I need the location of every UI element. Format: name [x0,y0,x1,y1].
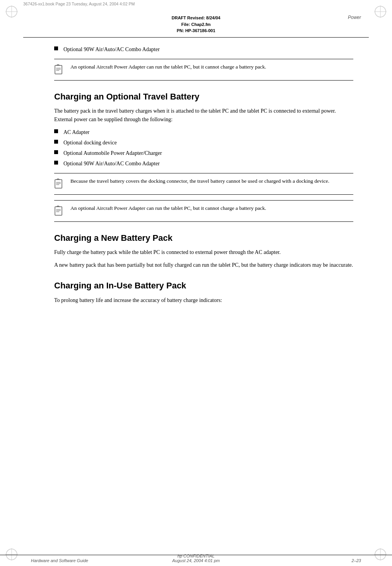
page-footer: Hardware and Software Guide hp CONFIDENT… [0,555,392,566]
list-item: Optional 90W Air/Auto/AC Combo Adapter [54,45,353,53]
footer-center: hp CONFIDENTIAL August 24, 2004 4:01 pm [172,554,220,563]
list-item: Optional Automobile Power Adapter/Charge… [54,149,353,157]
note-box-docking: Because the travel battery covers the do… [54,173,353,195]
bullet-icon [54,140,58,144]
note-icon [54,64,65,76]
bullet-text: Optional docking device [63,139,117,147]
note-text: An optional Aircraft Power Adapter can r… [70,204,266,212]
svg-rect-12 [55,65,62,74]
note-box: An optional Aircraft Power Adapter can r… [54,59,353,81]
bullet-icon [54,150,58,154]
note-text: Because the travel battery covers the do… [70,177,329,185]
body-paragraph-new1: Fully charge the battery pack while the … [54,248,353,257]
note-box-aircraft: An optional Aircraft Power Adapter can r… [54,200,353,222]
bullet-text: AC Adapter [63,128,89,136]
section-heading-travel-battery: Charging an Optional Travel Battery [54,91,353,103]
bullet-text: Optional Automobile Power Adapter/Charge… [63,149,162,157]
body-paragraph-new2: A new battery pack that has been partial… [54,261,353,269]
section-heading-inuse-battery: Charging an In-Use Battery Pack [54,280,353,292]
section-heading-new-battery: Charging a New Battery Pack [54,233,353,244]
draft-info: DRAFT Revised: 8/24/04 File: Chap2.fm PN… [31,15,361,34]
page-label: Power [348,15,361,20]
page: 367426-xx1.book Page 23 Tuesday, August … [0,0,392,566]
svg-rect-20 [55,207,62,215]
note-text: An optional Aircraft Power Adapter can r… [70,63,266,71]
body-paragraph: The battery pack in the travel battery c… [54,107,353,124]
footer-left: Hardware and Software Guide [31,558,88,563]
note-icon [54,205,65,218]
bullet-text: Optional 90W Air/Auto/AC Combo Adapter [63,45,160,53]
bullet-icon [54,129,58,133]
body-paragraph-inuse: To prolong battery life and increase the… [54,296,353,305]
bullet-text: Optional 90W Air/Auto/AC Combo Adapter [63,160,160,168]
bullet-icon [54,161,58,165]
list-item: Optional docking device [54,139,353,147]
list-item: AC Adapter [54,128,353,136]
footer-right: 2–23 [352,558,361,563]
svg-rect-16 [55,180,62,188]
list-item: Optional 90W Air/Auto/AC Combo Adapter [54,160,353,168]
top-bar: 367426-xx1.book Page 23 Tuesday, August … [0,0,392,8]
bullet-icon [54,46,58,50]
main-content: Optional 90W Air/Auto/AC Combo Adapter A… [0,38,392,317]
note-icon [54,178,65,190]
page-header: DRAFT Revised: 8/24/04 File: Chap2.fm PN… [0,8,392,34]
